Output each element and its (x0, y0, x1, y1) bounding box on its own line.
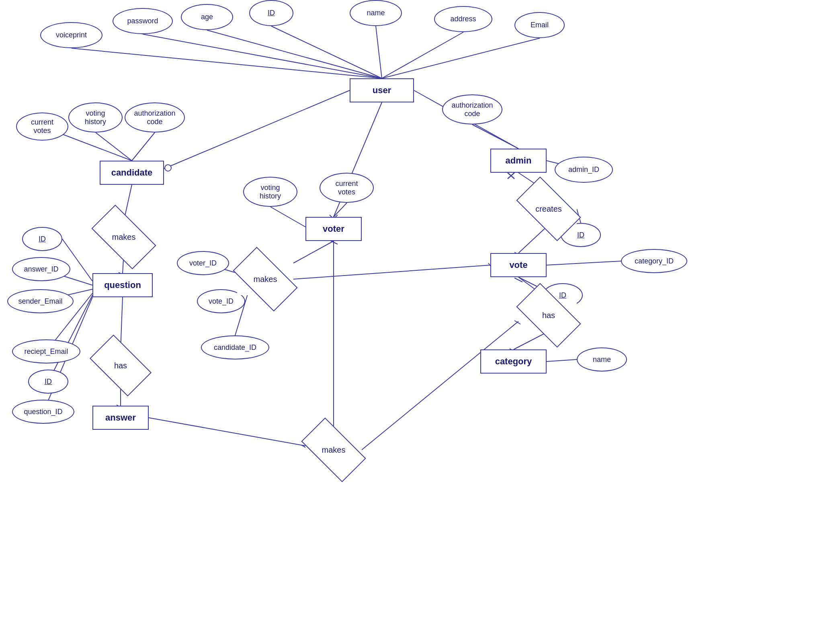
diamond-has-question: has (94, 349, 147, 382)
svg-line-56 (547, 359, 577, 361)
attr-q-answer-id: answer_ID (12, 257, 70, 281)
entity-candidate: candidate (100, 161, 164, 185)
attr-cand-auth-code: authorization code (125, 102, 185, 133)
svg-line-4 (382, 32, 463, 78)
svg-line-57 (149, 418, 305, 446)
attr-makes-candidate-id: candidate_ID (201, 335, 269, 359)
svg-line-16 (96, 133, 132, 161)
attr-admin-id: admin_ID (555, 157, 613, 183)
svg-line-47 (518, 225, 549, 253)
diamond-makes-cand: makes (96, 221, 152, 253)
attr-voter-current-votes: current votes (320, 173, 374, 203)
attr-user-id: ID (249, 0, 293, 26)
attr-q-reciept-email: reciept_Email (12, 339, 80, 364)
attr-user-password: password (113, 8, 173, 34)
attr-q-sender-email: sender_Email (7, 289, 74, 313)
svg-line-0 (143, 34, 382, 78)
er-diagram: user candidate voter admin vote category… (0, 0, 840, 629)
entity-admin: admin (490, 149, 547, 173)
diamond-creates: creates (520, 193, 577, 225)
attr-q-question-id: question_ID (12, 400, 74, 424)
attr-admin-auth-code: authorization code (442, 94, 502, 125)
svg-line-20 (472, 125, 518, 149)
er-lines (0, 0, 840, 629)
attr-cand-voting-history: voting history (68, 102, 123, 133)
entity-voter: voter (305, 217, 362, 241)
diamond-has-vote: has (520, 299, 577, 331)
svg-line-36 (293, 241, 334, 263)
diamond-makes-voter: makes (237, 263, 293, 295)
entity-user: user (350, 78, 414, 102)
entity-question: question (92, 273, 153, 297)
attr-user-address: address (434, 6, 492, 32)
attr-user-age: age (181, 4, 233, 30)
attr-voter-voting-history: voting history (243, 177, 297, 207)
svg-line-3 (376, 26, 382, 78)
attr-cand-current-votes: current votes (16, 112, 68, 141)
svg-line-6 (72, 48, 382, 78)
svg-line-50 (547, 261, 621, 265)
entity-category: category (480, 349, 547, 374)
attr-makes-voter-id: voter_ID (177, 251, 229, 275)
svg-point-8 (165, 165, 171, 171)
svg-line-18 (270, 207, 305, 227)
attr-user-voiceprint: voiceprint (40, 22, 102, 48)
entity-vote: vote (490, 253, 547, 277)
attr-user-email: Email (514, 12, 565, 38)
attr-user-name: name (350, 0, 402, 26)
svg-line-5 (382, 38, 540, 78)
diamond-makes-answer: makes (305, 434, 362, 466)
svg-line-41 (293, 265, 490, 279)
svg-line-60 (362, 321, 518, 450)
entity-answer: answer (92, 406, 149, 430)
attr-q-id2: ID (28, 370, 68, 394)
attr-q-id: ID (22, 227, 62, 251)
svg-line-19 (334, 203, 347, 217)
svg-line-7 (164, 90, 350, 169)
svg-line-17 (132, 133, 155, 161)
attr-category-name: name (577, 347, 627, 372)
attr-vote-category-id: category_ID (621, 249, 687, 273)
